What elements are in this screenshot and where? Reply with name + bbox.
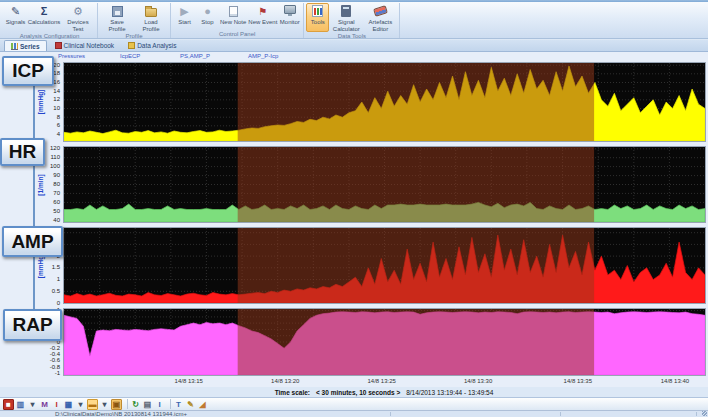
marker-i-button[interactable]: I [51,399,62,410]
chart-layout-button[interactable]: ▦ [63,399,74,410]
y-tick-label: 110 [50,154,60,160]
dropdown-icon[interactable]: ▾ [99,399,110,410]
button-label: Save Profile [101,19,133,32]
y-tick-label: 20 [53,62,60,68]
y-tick-label: -0.4 [50,351,60,357]
button-label: Signals [6,19,26,26]
note-m-button[interactable]: M [39,399,50,410]
y-tick-label: 6 [57,122,60,128]
start-button[interactable]: Start [173,3,196,30]
rap-plot[interactable] [63,308,706,376]
time-scale-value[interactable]: < 30 minutes, 10 seconds > [316,389,400,396]
tab-clinical-notebook[interactable]: Clinical Notebook [49,40,121,51]
calculator-button[interactable]: ▤ [142,399,153,410]
devices-test-button[interactable]: Devices Test [61,3,95,32]
series-name-ps-amp[interactable]: PS,AMP_P [180,53,210,59]
time-axis: 14/8 13:1514/8 13:2014/8 13:2514/8 13:30… [0,376,708,387]
toolbar-separator [168,399,171,409]
icp-plot[interactable] [63,62,706,142]
chart-row-amp: 00.511.522.53[mmHg] [0,227,708,304]
sigma-icon [41,4,48,18]
filter-button[interactable]: T [173,399,184,410]
calculations-button[interactable]: Calculations [27,3,61,32]
amp-plot[interactable] [63,227,706,304]
y-tick-label: 70 [53,190,60,196]
brush-button[interactable]: ◢ [197,399,208,410]
hr-plot[interactable] [63,146,706,223]
y-tick-label: -0.2 [50,345,60,351]
tab-series[interactable]: Series [4,40,47,51]
stop-icon [204,4,211,18]
group-data-tools: Tools Signal Calculator Artefacts Editor… [304,3,400,38]
y-tick-label: 90 [53,172,60,178]
monitor-icon [284,4,296,18]
signals-button[interactable]: Signals [4,3,27,32]
y-tick-label: -0.8 [50,364,60,370]
button-label: New Event [248,19,277,26]
chart-icon [11,43,18,50]
y-tick-label: 12 [53,96,60,102]
y-tick-label: -0.6 [50,357,60,363]
y-tick-label: 8 [57,114,60,120]
time-tick-label: 14/8 13:15 [175,378,203,384]
save-view-button[interactable]: ▥ [15,399,26,410]
ribbon-toolbar: Signals Calculations Devices Test Analys… [0,2,708,39]
time-tick-label: 14/8 13:25 [368,378,396,384]
tab-data-analysis[interactable]: Data Analysis [122,40,182,51]
highlighter-button[interactable]: ▬ [87,399,98,410]
tools-button[interactable]: Tools [306,3,329,32]
stop-button[interactable]: Stop [196,3,219,30]
time-scale-row: Time scale: < 30 minutes, 10 seconds > 8… [0,387,708,397]
zoom-region-button[interactable]: ▣ [111,399,122,410]
test-tubes-icon [312,4,323,18]
artefacts-editor-button[interactable]: Artefacts Editor [363,3,397,32]
series-name-amp-p[interactable]: AMP_P-Icp [248,53,278,59]
pen-icon [11,4,20,18]
button-label: Devices Test [62,19,94,32]
statusbar-divider [560,412,561,416]
save-profile-button[interactable]: Save Profile [100,3,134,32]
series-name-pressures[interactable]: Pressures [58,53,85,59]
play-icon [180,4,188,18]
file-path-text: D:\ClinicalData\Demo\NB 20130814 131944.… [55,411,187,417]
monitor-button[interactable]: Monitor [278,3,301,30]
statusbar-divider [390,412,391,416]
new-event-button[interactable]: New Event [247,3,278,30]
time-tick-label: 14/8 13:40 [661,378,689,384]
resize-grip-icon[interactable] [702,411,707,416]
signal-calculator-button[interactable]: Signal Calculator [329,3,363,32]
new-note-button[interactable]: New Note [219,3,247,30]
annotation-connector-line [33,72,35,334]
button-label: Load Profile [135,19,167,32]
dropdown-icon[interactable]: ▾ [27,399,38,410]
y-tick-label: 40 [53,217,60,223]
refresh-button[interactable]: ↻ [130,399,141,410]
save-icon [112,4,123,18]
table-icon [128,42,135,49]
y-tick-label: 18 [53,70,60,76]
time-tick-label: 14/8 13:20 [271,378,299,384]
tab-label: Series [20,43,40,50]
gear-icon [73,4,83,18]
y-tick-label: 50 [53,208,60,214]
y-tick-label: 16 [53,79,60,85]
time-range-value: 8/14/2013 13:19:44 - 13:49:54 [406,389,493,396]
pencil-button[interactable]: ✎ [185,399,196,410]
time-tick-label: 14/8 13:35 [564,378,592,384]
tab-label: Data Analysis [137,42,176,49]
record-stop-button[interactable]: ■ [3,399,14,410]
rap-annotation: RAP [3,309,62,341]
button-label: Tools [311,19,325,26]
eraser-icon [374,4,387,18]
dropdown-icon[interactable]: ▾ [75,399,86,410]
notebook-icon [55,42,62,49]
statusbar-divider [696,412,697,416]
series-name-icpecp[interactable]: IcpECP [120,53,140,59]
toolbar-separator [125,399,128,409]
load-profile-button[interactable]: Load Profile [134,3,168,32]
tab-label: Clinical Notebook [64,42,115,49]
folder-icon [145,4,157,18]
y-axis-unit-label: [mmHg] [37,90,44,115]
cursor-button[interactable]: I [154,399,165,410]
y-tick-label: 10 [53,105,60,111]
